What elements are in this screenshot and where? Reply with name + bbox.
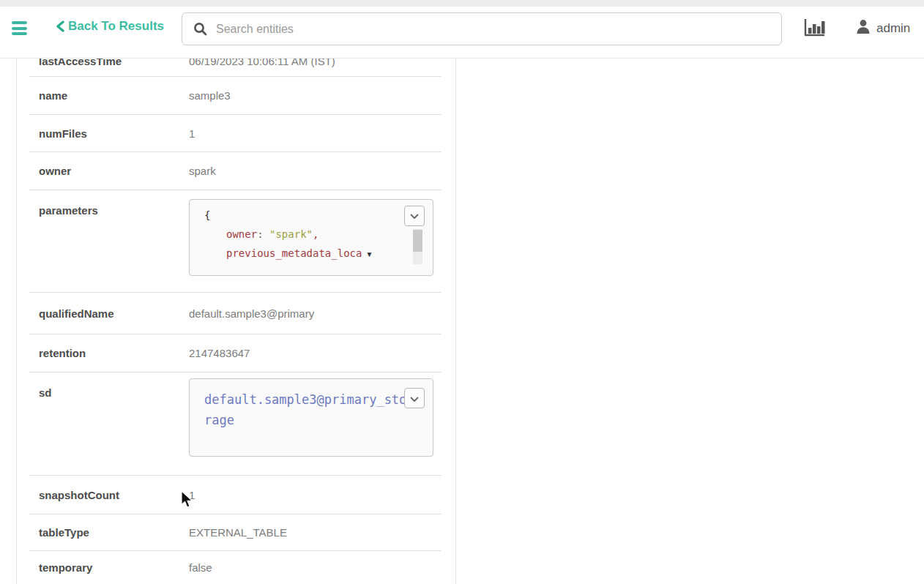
- table-row: parameters { owner: "spark", previous_me…: [29, 190, 441, 293]
- table-row: snapshotCount 1: [29, 476, 441, 514]
- table-row: temporary false: [29, 551, 441, 584]
- json-line-truncated: previous_metadata_loca▼: [204, 244, 433, 264]
- truncation-triangle-icon: ▼: [365, 250, 373, 258]
- property-value: 1: [189, 489, 441, 501]
- window-top-edge: [0, 0, 924, 7]
- sd-line: rage: [204, 410, 433, 430]
- property-key: tableType: [29, 526, 189, 539]
- property-key: owner: [29, 165, 189, 177]
- sd-line: default.sample3@primary_sto: [204, 389, 433, 410]
- property-key: parameters: [29, 190, 189, 217]
- person-icon: [855, 18, 871, 38]
- table-row: retention 2147483647: [29, 334, 441, 373]
- property-key: numFiles: [29, 127, 189, 140]
- user-menu[interactable]: admin: [855, 18, 910, 38]
- top-navbar: Back To Results: [0, 7, 924, 59]
- property-value: false: [189, 561, 441, 574]
- back-link-label: Back To Results: [68, 19, 164, 34]
- parameters-json-viewer[interactable]: { owner: "spark", previous_metadata_loca…: [189, 199, 433, 276]
- json-line: owner: "spark",: [204, 225, 433, 244]
- entity-properties-table: lastAccessTime 06/19/2023 10:06:11 AM (I…: [29, 59, 441, 584]
- menu-icon[interactable]: [12, 21, 28, 35]
- property-key: temporary: [29, 561, 189, 574]
- scrollbar-thumb[interactable]: [413, 230, 422, 252]
- table-row: sd default.sample3@primary_sto rage: [29, 373, 441, 476]
- table-row: lastAccessTime 06/19/2023 10:06:11 AM (I…: [29, 59, 441, 77]
- property-key: name: [29, 89, 189, 102]
- bar-chart-icon: [802, 18, 826, 41]
- table-row: name sample3: [29, 77, 441, 115]
- sd-text-viewer[interactable]: default.sample3@primary_sto rage: [189, 378, 433, 457]
- panel-divider: [455, 59, 456, 584]
- search-input[interactable]: [216, 23, 781, 36]
- left-panel-border: [16, 59, 17, 584]
- property-key: sd: [29, 373, 189, 399]
- atlas-entity-detail-page: Back To Results: [0, 0, 924, 584]
- entity-search-box: [182, 12, 782, 45]
- property-key: snapshotCount: [29, 489, 189, 501]
- chevron-down-icon: [410, 388, 419, 408]
- table-row: owner spark: [29, 152, 441, 190]
- statistics-button[interactable]: [801, 17, 827, 42]
- property-value: 2147483647: [189, 347, 441, 359]
- property-key: lastAccessTime: [29, 59, 189, 75]
- property-key: retention: [29, 347, 189, 359]
- property-value: 06/19/2023 10:06:11 AM (IST): [189, 59, 441, 75]
- chevron-down-icon: [410, 206, 419, 225]
- table-row: numFiles 1: [29, 115, 441, 152]
- search-icon: [193, 22, 207, 36]
- chevron-left-icon: [56, 20, 65, 32]
- property-value: spark: [189, 165, 441, 177]
- property-value: EXTERNAL_TABLE: [189, 526, 441, 539]
- property-key: qualifiedName: [29, 307, 189, 320]
- expand-sd-button[interactable]: [404, 388, 425, 408]
- table-row: tableType EXTERNAL_TABLE: [29, 514, 441, 551]
- table-row: qualifiedName default.sample3@primary: [29, 293, 441, 334]
- property-value: sample3: [189, 89, 441, 102]
- expand-parameters-button[interactable]: [404, 206, 425, 226]
- json-line: {: [204, 206, 433, 225]
- back-to-results-link[interactable]: Back To Results: [56, 19, 164, 34]
- property-value: default.sample3@primary: [189, 307, 441, 320]
- property-value: 1: [189, 127, 441, 140]
- username-label: admin: [876, 21, 910, 36]
